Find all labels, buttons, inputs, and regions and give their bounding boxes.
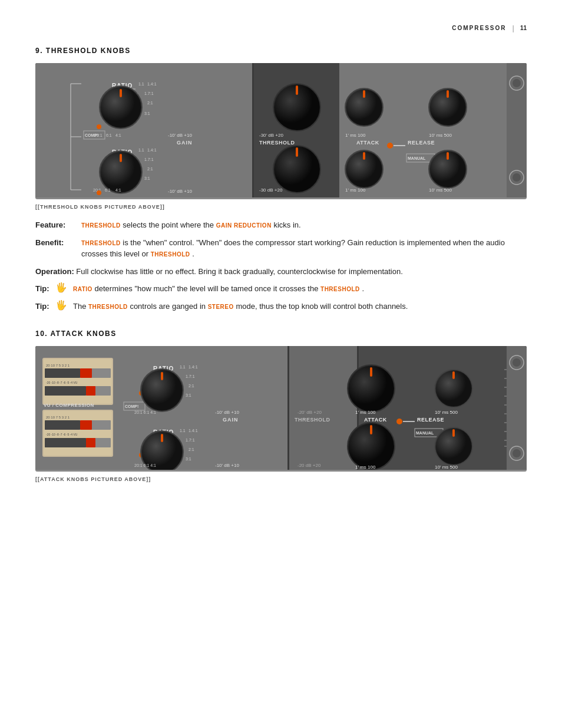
feature-text-2: kicks in.: [273, 220, 300, 229]
svg-text:1.7:1: 1.7:1: [186, 374, 195, 378]
svg-rect-70: [447, 90, 449, 98]
stereo-highlight-tip2: STEREO: [208, 304, 234, 310]
svg-text:-10'  dB  +10: -10' dB +10: [215, 410, 239, 415]
section-9-heading: 9. THRESHOLD KNOBS: [35, 47, 527, 55]
operation-text: Full clockwise has little or no effect. …: [76, 267, 402, 276]
svg-rect-57: [363, 90, 365, 98]
svg-text:ATTACK: ATTACK: [356, 140, 379, 146]
svg-rect-88: [80, 368, 92, 378]
svg-text:4:1: 4:1: [115, 188, 121, 192]
svg-point-161: [513, 358, 521, 367]
svg-text:-10'  dB  +10: -10' dB +10: [215, 463, 239, 468]
svg-text:2:1: 2:1: [147, 101, 153, 105]
page-container: COMPRESSOR | 11 9. THRESHOLD KNOBS: [0, 0, 562, 728]
svg-rect-101: [86, 438, 95, 447]
svg-rect-97: [80, 420, 92, 430]
svg-rect-2: [252, 63, 254, 197]
operation-row: Operation: Full clockwise has little or …: [35, 266, 527, 278]
threshold-highlight-tip1: THRESHOLD: [320, 286, 360, 292]
svg-text:1'  ms  100: 1' ms 100: [355, 410, 376, 415]
svg-text:6:1: 6:1: [105, 188, 111, 192]
svg-text:-20  dB  +20: -20 dB +20: [297, 463, 321, 468]
svg-rect-48: [296, 85, 298, 95]
svg-text:1.1: 1.1: [180, 429, 186, 433]
tip-1-icon: 🖐: [55, 283, 67, 292]
svg-text:1.7:1: 1.7:1: [144, 91, 154, 95]
section-10-attack: 10. ATTACK KNOBS 20 10 7 5 3 2 1: [35, 330, 527, 482]
attack-caption: [[ATTACK KNOBS PICTURED ABOVE]]: [35, 476, 527, 482]
feature-label: Feature:: [35, 219, 77, 231]
benefit-row: Benefit: THRESHOLD is the "when" control…: [35, 237, 527, 260]
svg-text:4:1: 4:1: [115, 133, 121, 137]
svg-point-9: [513, 173, 521, 182]
svg-text:1.4:1: 1.4:1: [147, 82, 157, 86]
svg-rect-87: [45, 368, 80, 378]
feature-content: THRESHOLD selects the point where the GA…: [81, 219, 527, 231]
svg-text:3:1: 3:1: [186, 457, 191, 461]
svg-text:GAIN: GAIN: [223, 417, 239, 423]
svg-text:1.1: 1.1: [180, 365, 186, 369]
svg-rect-74: [447, 152, 449, 160]
svg-text:3:1: 3:1: [186, 393, 191, 397]
svg-text:-30'  dB  +20: -30' dB +20: [259, 133, 283, 138]
svg-rect-22: [120, 89, 122, 97]
svg-rect-115: [161, 372, 163, 380]
svg-text:-10'  dB  +10: -10' dB +10: [168, 133, 192, 138]
feature-row: Feature: THRESHOLD selects the point whe…: [35, 219, 527, 231]
svg-rect-91: [45, 386, 86, 396]
svg-text:1.1: 1.1: [138, 82, 144, 86]
svg-rect-100: [45, 438, 86, 447]
tip-1-label: Tip:: [35, 283, 52, 295]
svg-point-26: [97, 124, 101, 129]
ratio-highlight-tip1: RATIO: [73, 286, 92, 292]
benefit-content: THRESHOLD is the "when" control. "When" …: [81, 237, 527, 260]
svg-text:10'  ms  500: 10' ms 500: [429, 187, 452, 193]
svg-text:MANUAL: MANUAL: [408, 156, 426, 160]
tip-2-row: Tip: 🖐 The THRESHOLD controls are ganged…: [35, 301, 527, 312]
attack-image-panel: 20 10 7 5 3 2 1 -20 -10 -8 -7 -6 -5 -4 V…: [35, 346, 527, 472]
svg-point-63: [387, 143, 393, 149]
gain-reduction-highlight: GAIN REDUCTION: [216, 222, 272, 229]
svg-text:2:1: 2:1: [147, 167, 153, 171]
svg-point-163: [513, 449, 521, 457]
svg-text:3:1: 3:1: [144, 111, 150, 116]
svg-text:THRESHOLD: THRESHOLD: [295, 417, 330, 423]
svg-text:3:1: 3:1: [144, 176, 150, 180]
svg-rect-131: [289, 346, 357, 470]
svg-rect-52: [296, 147, 298, 157]
svg-rect-37: [120, 154, 122, 162]
svg-text:-30  dB  +20: -30 dB +20: [259, 187, 283, 193]
svg-text:RELEASE: RELEASE: [417, 417, 444, 423]
svg-text:-20'  dB  +20: -20' dB +20: [297, 410, 322, 415]
svg-text:-10'  dB  +10: -10' dB +10: [168, 189, 192, 194]
svg-text:1.4:1: 1.4:1: [189, 429, 198, 433]
threshold-highlight-tip2: THRESHOLD: [88, 304, 128, 310]
svg-text:10'  ms  500: 10' ms 500: [435, 465, 458, 470]
svg-rect-144: [370, 425, 372, 434]
svg-text:20:1  6:1  4:1: 20:1 6:1 4:1: [134, 410, 156, 414]
page-header: COMPRESSOR | 11: [35, 24, 527, 32]
threshold-highlight-3: THRESHOLD: [151, 251, 190, 258]
svg-text:THRESHOLD: THRESHOLD: [259, 140, 295, 146]
header-compressor-label: COMPRESSOR: [452, 25, 506, 31]
section-9-threshold: 9. THRESHOLD KNOBS: [35, 47, 527, 312]
svg-rect-125: [161, 434, 163, 442]
svg-text:ATTACK: ATTACK: [364, 417, 387, 423]
benefit-label: Benefit:: [35, 237, 77, 260]
svg-text:20:1  6:1  4:1: 20:1 6:1 4:1: [134, 463, 156, 467]
svg-rect-96: [45, 420, 80, 430]
svg-text:COMP!: COMP!: [125, 404, 138, 409]
tip-2-icon: 🖐: [55, 301, 67, 310]
tip-2-content: The THRESHOLD controls are ganged in STE…: [73, 301, 408, 312]
svg-text:6:1: 6:1: [106, 133, 112, 137]
svg-rect-157: [452, 429, 455, 437]
svg-text:1'  ms  100: 1' ms 100: [345, 187, 366, 193]
svg-text:10'  ms  500: 10' ms 500: [435, 410, 458, 415]
svg-text:20 10 7 5 3 2 1: 20 10 7 5 3 2 1: [46, 364, 70, 367]
benefit-end: .: [192, 249, 194, 258]
benefit-text: is the "when" control. "When" does the c…: [81, 238, 505, 259]
header-separator: |: [512, 24, 514, 32]
svg-text:10'  ms  500: 10' ms 500: [429, 133, 452, 138]
svg-text:2:1: 2:1: [189, 384, 194, 388]
svg-text:COMP!: COMP!: [85, 133, 98, 137]
